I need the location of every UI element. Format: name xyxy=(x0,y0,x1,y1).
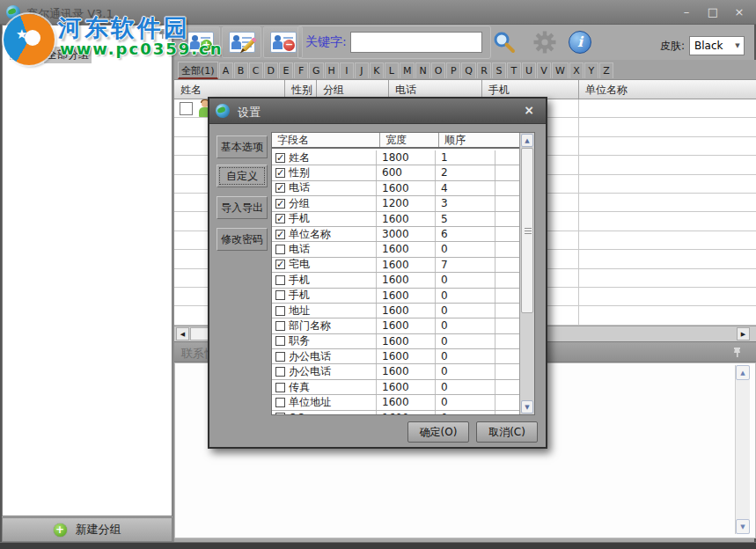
fields-scrollbar[interactable]: ▲ ▼ xyxy=(519,133,534,414)
field-filler xyxy=(495,242,520,256)
dialog-tab[interactable]: 导入导出 xyxy=(217,196,268,219)
fields-column-header[interactable]: 宽度 xyxy=(379,133,438,147)
close-button[interactable]: × xyxy=(731,4,747,20)
field-checkbox[interactable] xyxy=(275,260,285,269)
field-width: 1600 xyxy=(376,242,435,256)
dialog-tab[interactable]: 修改密码 xyxy=(217,228,268,251)
alphabet-tab[interactable]: I xyxy=(340,62,354,78)
fields-column-header[interactable]: 顺序 xyxy=(438,133,498,147)
settings-button[interactable] xyxy=(532,29,558,55)
alphabet-tab[interactable]: Q xyxy=(461,62,476,78)
scroll-right-icon[interactable]: ▶ xyxy=(737,327,750,340)
dialog-tab[interactable]: 基本选项 xyxy=(217,135,268,158)
scroll-left-icon[interactable]: ◀ xyxy=(176,327,189,340)
field-checkbox[interactable] xyxy=(275,168,285,178)
new-group-button[interactable]: + 新建分组 xyxy=(2,517,172,542)
alphabet-tab[interactable]: E xyxy=(279,62,293,78)
alphabet-tab[interactable]: D xyxy=(264,62,278,78)
row-checkbox[interactable] xyxy=(180,102,193,115)
column-header[interactable]: 单位名称 xyxy=(578,80,756,99)
alphabet-tab[interactable]: T xyxy=(507,62,521,78)
window-bottom-frame xyxy=(0,542,756,549)
field-checkbox[interactable] xyxy=(275,183,285,193)
column-header[interactable]: 手机 xyxy=(481,80,578,99)
field-checkbox[interactable] xyxy=(275,413,285,414)
dialog-close-icon[interactable]: × xyxy=(521,103,537,119)
field-checkbox[interactable] xyxy=(275,383,285,392)
field-checkbox[interactable] xyxy=(275,230,285,239)
alphabet-tab[interactable]: B xyxy=(234,62,248,78)
alphabet-tab[interactable]: P xyxy=(446,62,460,78)
field-checkbox[interactable] xyxy=(275,306,285,316)
field-checkbox[interactable] xyxy=(275,245,285,254)
field-name: 单位地址 xyxy=(285,395,376,410)
column-header[interactable]: 性别 xyxy=(284,80,316,99)
alphabet-tab[interactable]: Z xyxy=(599,62,613,78)
tree-expand-icon[interactable]: + xyxy=(10,50,19,60)
search-button[interactable] xyxy=(491,29,517,55)
alphabet-tab[interactable]: V xyxy=(537,62,551,78)
panel-pin-icon[interactable] xyxy=(732,347,742,361)
edit-contact-button[interactable] xyxy=(222,26,261,58)
field-checkbox[interactable] xyxy=(275,290,285,300)
column-header[interactable]: 分组 xyxy=(316,80,388,99)
field-checkbox[interactable] xyxy=(275,199,285,209)
dialog-tab[interactable]: 自定义 xyxy=(217,165,268,187)
alphabet-tab[interactable]: M xyxy=(400,62,415,78)
minimize-button[interactable]: – xyxy=(679,4,694,20)
field-checkbox[interactable] xyxy=(275,321,285,331)
field-name: 电话 xyxy=(285,180,376,195)
tree-item-label: 全部分组 xyxy=(44,47,92,63)
fields-column-header[interactable]: 字段名 xyxy=(272,133,379,147)
alphabet-tab[interactable]: R xyxy=(477,62,491,78)
tree-item-all-groups[interactable]: + 全部分组 xyxy=(10,47,92,62)
column-header[interactable]: 姓名 xyxy=(174,80,284,99)
field-checkbox[interactable] xyxy=(275,367,285,377)
field-filler xyxy=(495,364,520,378)
alphabet-tab[interactable]: Y xyxy=(584,62,598,78)
field-checkbox[interactable] xyxy=(275,336,285,346)
scroll-up-icon[interactable]: ▲ xyxy=(521,134,533,147)
alphabet-tab[interactable]: C xyxy=(249,62,263,78)
field-order: 0 xyxy=(435,304,495,318)
keyword-input[interactable] xyxy=(350,32,482,53)
alphabet-tab[interactable]: J xyxy=(355,62,369,78)
fields-scroll-thumb[interactable] xyxy=(521,148,533,313)
alphabet-tab[interactable]: S xyxy=(492,62,506,78)
skin-dropdown[interactable]: Black ▼ xyxy=(689,36,745,55)
column-header[interactable]: 电话 xyxy=(388,80,481,99)
field-checkbox[interactable] xyxy=(275,153,285,163)
alphabet-tab[interactable]: L xyxy=(385,62,399,78)
field-width: 1600 xyxy=(376,289,435,303)
scroll-up-icon[interactable]: ▲ xyxy=(736,365,750,380)
add-contact-button[interactable]: + xyxy=(180,26,220,58)
alphabet-tab[interactable]: F xyxy=(294,62,308,78)
field-name: 办公电话 xyxy=(285,364,376,379)
info-button[interactable]: i xyxy=(567,29,593,55)
alphabet-tab[interactable]: G xyxy=(309,62,324,78)
alphabet-tab[interactable]: A xyxy=(219,62,233,78)
field-checkbox[interactable] xyxy=(275,398,285,407)
sidebar-pin-icon[interactable] xyxy=(158,28,167,42)
field-checkbox[interactable] xyxy=(275,214,285,223)
field-checkbox[interactable] xyxy=(275,352,285,362)
field-order: 0 xyxy=(435,364,495,378)
maximize-button[interactable]: □ xyxy=(705,4,721,20)
field-name: 职务 xyxy=(285,333,376,348)
scroll-down-icon[interactable]: ▼ xyxy=(521,400,533,414)
field-checkbox[interactable] xyxy=(275,275,285,285)
alphabet-tab[interactable]: K xyxy=(370,62,384,78)
alphabet-tab[interactable]: H xyxy=(325,62,339,78)
cancel-button[interactable]: 取消(C) xyxy=(476,421,538,443)
field-order: 0 xyxy=(435,395,495,409)
alphabet-tab[interactable]: N xyxy=(415,62,429,78)
ok-button[interactable]: 确定(O) xyxy=(407,421,469,443)
alphabet-tab[interactable]: O xyxy=(431,62,446,78)
alphabet-tab[interactable]: X xyxy=(569,62,584,78)
vertical-scrollbar[interactable]: ▲ ▼ xyxy=(735,365,750,534)
scroll-down-icon[interactable]: ▼ xyxy=(736,519,750,534)
alphabet-tab[interactable]: W xyxy=(552,62,569,78)
field-order: 0 xyxy=(435,349,495,363)
alphabet-tab[interactable]: 全部(1) xyxy=(178,62,218,79)
alphabet-tab[interactable]: U xyxy=(522,62,536,78)
